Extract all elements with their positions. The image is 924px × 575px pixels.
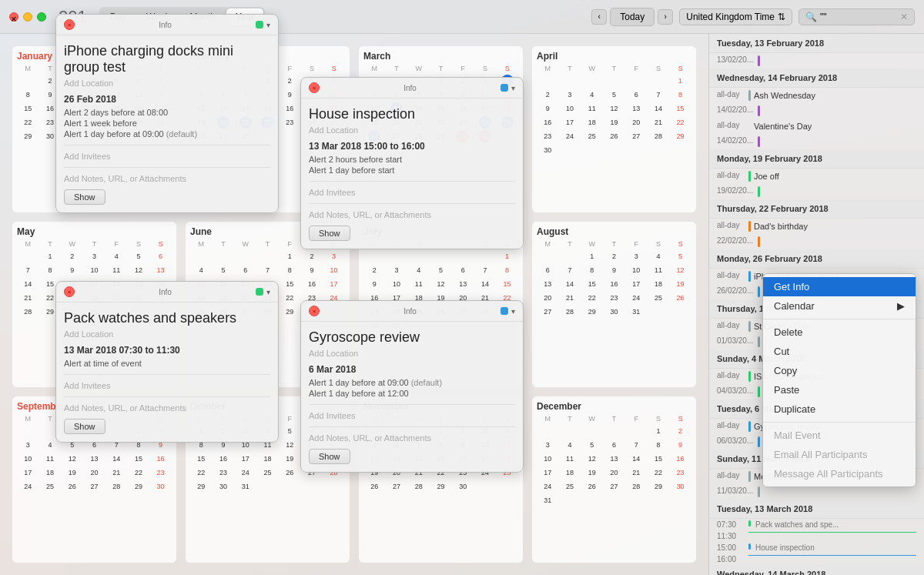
day-cell[interactable]: 29: [22, 130, 34, 142]
timezone-selector[interactable]: United Kingdom Time ⇅: [679, 8, 792, 25]
day-cell[interactable]: 13: [88, 453, 100, 465]
day-cell[interactable]: [630, 425, 642, 437]
day-cell[interactable]: 23: [155, 466, 167, 479]
day-cell[interactable]: 27: [390, 480, 403, 493]
day-cell[interactable]: [652, 494, 665, 506]
day-cell[interactable]: 16: [44, 102, 56, 115]
day-cell[interactable]: [586, 144, 598, 156]
day-cell[interactable]: [22, 250, 34, 262]
day-cell[interactable]: [501, 480, 514, 493]
day-cell[interactable]: [22, 425, 34, 437]
add-notes[interactable]: Add Notes, URL, or Attachments: [309, 433, 515, 443]
day-cell[interactable]: 2: [283, 75, 296, 87]
day-cell[interactable]: 24: [564, 130, 576, 142]
day-cell[interactable]: 1: [675, 75, 687, 87]
day-cell[interactable]: 15: [44, 278, 56, 290]
popup-close-button[interactable]: ×: [309, 306, 320, 316]
day-cell[interactable]: 21: [652, 116, 665, 129]
show-button[interactable]: Show: [64, 189, 105, 205]
day-cell[interactable]: 10: [541, 453, 554, 465]
day-cell[interactable]: 12: [434, 278, 447, 290]
context-menu-duplicate[interactable]: Duplicate: [763, 399, 916, 419]
day-cell[interactable]: [479, 480, 491, 493]
day-cell[interactable]: 2: [306, 250, 318, 262]
calendar-badge[interactable]: ▾: [500, 307, 515, 316]
day-cell[interactable]: 30: [541, 144, 554, 156]
day-cell[interactable]: 20: [608, 466, 620, 479]
day-cell[interactable]: 22: [586, 292, 598, 304]
day-cell[interactable]: 12: [132, 264, 145, 276]
add-invitees[interactable]: Add Invitees: [309, 411, 515, 420]
day-cell[interactable]: 30: [675, 480, 687, 493]
day-cell[interactable]: 18: [652, 278, 665, 290]
day-cell[interactable]: [44, 425, 56, 437]
day-cell[interactable]: [479, 250, 491, 262]
day-cell[interactable]: 2: [66, 250, 79, 262]
day-cell[interactable]: [586, 425, 598, 437]
day-cell[interactable]: [217, 250, 229, 262]
day-cell[interactable]: 26: [283, 466, 296, 479]
day-cell[interactable]: 20: [88, 466, 100, 479]
day-cell[interactable]: 28: [110, 480, 122, 493]
day-cell[interactable]: 29: [132, 480, 145, 493]
day-cell[interactable]: [564, 494, 576, 506]
day-cell[interactable]: 29: [434, 480, 447, 493]
day-cell[interactable]: [239, 250, 252, 262]
add-invitees[interactable]: Add Invitees: [64, 381, 270, 390]
day-cell[interactable]: [564, 250, 576, 262]
day-cell[interactable]: [608, 425, 620, 437]
day-cell[interactable]: 23: [541, 130, 554, 142]
day-cell[interactable]: 23: [608, 292, 620, 304]
day-cell[interactable]: 3: [390, 264, 403, 276]
day-cell[interactable]: 11: [652, 264, 665, 276]
day-cell[interactable]: [541, 425, 554, 437]
day-cell[interactable]: 6: [155, 250, 167, 262]
day-cell[interactable]: 2: [541, 89, 554, 101]
day-cell[interactable]: 2: [368, 264, 380, 276]
day-cell[interactable]: 15: [132, 453, 145, 465]
day-cell[interactable]: 19: [675, 278, 687, 290]
day-cell[interactable]: 8: [283, 264, 296, 276]
day-cell[interactable]: 13: [541, 278, 554, 290]
close-button[interactable]: ×: [9, 12, 18, 22]
day-cell[interactable]: 27: [630, 130, 642, 142]
day-cell[interactable]: 19: [283, 453, 296, 465]
day-cell[interactable]: 9: [541, 102, 554, 115]
day-cell[interactable]: 27: [541, 306, 554, 318]
day-cell[interactable]: 15: [22, 102, 34, 115]
day-cell[interactable]: 31: [541, 494, 554, 506]
add-location[interactable]: Add Location: [309, 349, 515, 358]
day-cell[interactable]: [413, 250, 425, 262]
day-cell[interactable]: [630, 494, 642, 506]
day-cell[interactable]: 30: [217, 480, 229, 493]
day-cell[interactable]: 3: [22, 439, 34, 451]
day-cell[interactable]: [390, 250, 403, 262]
day-cell[interactable]: 19: [608, 116, 620, 129]
day-cell[interactable]: 21: [564, 292, 576, 304]
day-cell[interactable]: 5: [675, 250, 687, 262]
day-cell[interactable]: 3: [564, 89, 576, 101]
day-cell[interactable]: [608, 75, 620, 87]
show-button[interactable]: Show: [309, 226, 350, 241]
day-cell[interactable]: 22: [22, 116, 34, 129]
day-cell[interactable]: 16: [608, 278, 620, 290]
context-menu-delete[interactable]: Delete: [763, 323, 916, 342]
day-cell[interactable]: 25: [44, 480, 56, 493]
day-cell[interactable]: 13: [155, 264, 167, 276]
day-cell[interactable]: [608, 494, 620, 506]
day-cell[interactable]: 15: [501, 278, 514, 290]
day-cell[interactable]: 8: [675, 89, 687, 101]
day-cell[interactable]: [652, 75, 665, 87]
day-cell[interactable]: 4: [195, 264, 207, 276]
day-cell[interactable]: 21: [110, 466, 122, 479]
day-cell[interactable]: 31: [630, 306, 642, 318]
day-cell[interactable]: 17: [22, 466, 34, 479]
day-cell[interactable]: 11: [44, 453, 56, 465]
sidebar-event-allday[interactable]: 22/02/20...: [709, 234, 924, 249]
day-cell[interactable]: [564, 144, 576, 156]
day-cell[interactable]: 4: [564, 439, 576, 451]
day-cell[interactable]: 23: [44, 116, 56, 129]
search-input[interactable]: [820, 12, 897, 22]
day-cell[interactable]: 13: [608, 453, 620, 465]
day-cell[interactable]: 7: [261, 264, 273, 276]
